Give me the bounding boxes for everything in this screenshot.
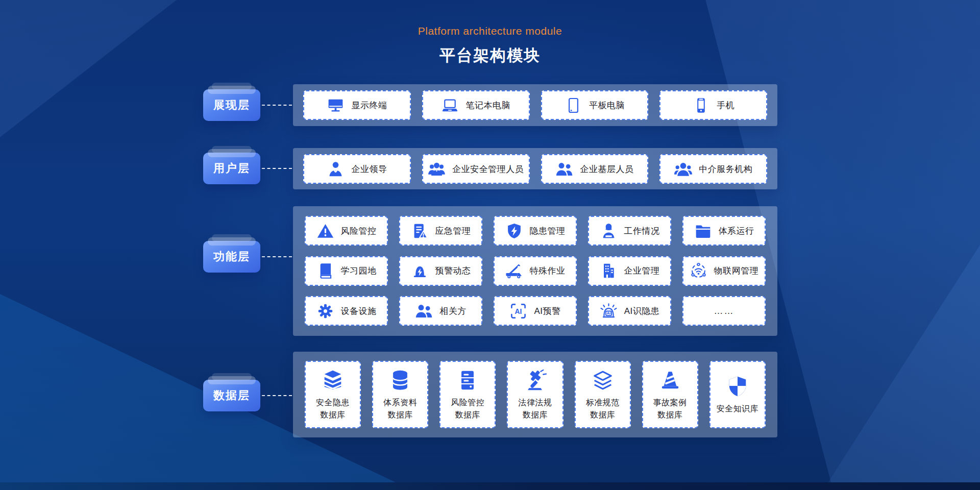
siren-bolt-icon (411, 262, 429, 280)
shield-check-icon (726, 375, 749, 398)
monitor-icon (327, 96, 345, 114)
connector-line (262, 395, 292, 396)
module-label: 标准规范 数据库 (586, 397, 620, 420)
module-label: 企业基层人员 (580, 163, 633, 175)
module-label: 风险管控 (341, 225, 377, 237)
module-card: 体系运行 (682, 216, 766, 246)
module-card: 风险管控 (305, 216, 388, 246)
connector-line (262, 168, 292, 169)
module-card: 显示终端 (303, 90, 411, 120)
module-card: 企业领导 (303, 154, 411, 184)
module-card: 企业基层人员 (541, 154, 649, 184)
gear-icon (316, 302, 334, 320)
ai-siren-icon: Ai (600, 302, 618, 320)
module-card: 企业安全管理人员 (422, 154, 530, 184)
layer-tab-label: 功能层 (213, 249, 250, 264)
module-label: 中介服务机构 (699, 163, 752, 175)
worker-icon (600, 222, 618, 240)
partners-icon (415, 302, 433, 320)
layer-panel-function: 风险管控应急管理隐患管理工作情况体系运行学习园地预警动态特殊作业企业管理物联网管… (293, 206, 777, 336)
layer-panel-user: 企业领导企业安全管理人员企业基层人员中介服务机构 (293, 148, 777, 189)
module-label: 设备设施 (341, 305, 377, 317)
server-icon (456, 369, 479, 392)
laptop-icon (441, 96, 459, 114)
module-card: 特殊作业 (494, 256, 577, 286)
module-label: 企业管理 (624, 265, 660, 277)
layer-tab-presentation: 展现层 (203, 89, 260, 121)
module-card: 体系资料 数据库 (372, 361, 428, 428)
module-card: 安全隐患 数据库 (305, 361, 361, 428)
module-card: 手机 (659, 90, 767, 120)
module-label: 应急管理 (435, 225, 471, 237)
module-card: AiAI识隐患 (588, 296, 671, 326)
module-label: AI预警 (534, 305, 560, 317)
phone-icon (692, 96, 710, 114)
layer-tab-label: 用户层 (213, 161, 250, 176)
folder-icon (694, 222, 712, 240)
module-label: 体系资料 数据库 (383, 397, 417, 420)
crane-truck-icon (505, 262, 523, 280)
module-label: 学习园地 (341, 265, 377, 277)
module-label: …… (714, 306, 734, 316)
module-card: 相关方 (399, 296, 482, 326)
module-card: 学习园地 (305, 256, 388, 286)
layer-tab-label: 展现层 (213, 97, 250, 113)
layer-tab-user: 用户层 (203, 153, 260, 184)
module-label: 物联网管理 (714, 265, 759, 277)
bottom-edge-band (0, 482, 980, 490)
module-card: 事故案例 数据库 (642, 361, 698, 428)
staff-pair-icon (555, 160, 573, 178)
module-label: 风险管控 数据库 (451, 397, 484, 420)
module-label: 显示终端 (351, 100, 387, 111)
layer-panel-data: 安全隐患 数据库体系资料 数据库风险管控 数据库法律法规 数据库标准规范 数据库… (293, 352, 777, 437)
agency-group-icon (674, 160, 692, 178)
module-card: 法律法规 数据库 (507, 361, 563, 428)
layer-tab-data: 数据层 (203, 380, 260, 411)
module-card: 工作情况 (588, 216, 671, 246)
module-card: 风险管控 数据库 (439, 361, 496, 428)
module-card: 安全知识库 (709, 361, 766, 428)
architecture-diagram: Platform architecture module 平台架构模块 展现层显… (0, 0, 980, 490)
module-card: 中介服务机构 (659, 154, 767, 184)
page-subtitle: Platform architecture module (0, 25, 980, 37)
module-label: 企业安全管理人员 (452, 163, 524, 175)
shield-bolt-icon (505, 222, 523, 240)
module-label: 企业领导 (351, 163, 387, 175)
module-label: 法律法规 数据库 (518, 397, 552, 420)
traffic-cone-icon (658, 369, 682, 392)
module-label: 体系运行 (719, 225, 754, 237)
database-icon (388, 369, 412, 392)
iot-network-icon (690, 262, 707, 280)
module-label: 预警动态 (435, 265, 471, 277)
layers-outline-icon (591, 369, 615, 392)
module-card: 应急管理 (399, 216, 482, 246)
module-label: 安全知识库 (717, 403, 759, 414)
team-manager-icon (428, 160, 446, 178)
ai-scan-icon: AI (509, 302, 527, 320)
layer-tab-function: 功能层 (203, 241, 260, 273)
module-card: 企业管理 (588, 256, 671, 286)
module-card: 标准规范 数据库 (575, 361, 631, 428)
module-label: 手机 (717, 100, 734, 111)
module-card: AIAI预警 (494, 296, 577, 326)
svg-text:Ai: Ai (606, 311, 610, 315)
tablet-icon (565, 96, 582, 114)
module-label: 特殊作业 (530, 265, 566, 277)
module-label: 相关方 (439, 305, 467, 317)
connector-line (262, 256, 292, 257)
module-card: 隐患管理 (494, 216, 577, 246)
module-label: 工作情况 (624, 225, 660, 237)
module-card: 预警动态 (399, 256, 482, 286)
module-card: 设备设施 (305, 296, 388, 326)
building-icon (600, 262, 618, 280)
leader-icon (327, 160, 345, 178)
document-alert-icon (411, 222, 429, 240)
module-card: …… (682, 296, 766, 326)
module-label: 笔记本电脑 (465, 100, 510, 111)
page-title: 平台架构模块 (0, 45, 980, 66)
module-card: 物联网管理 (682, 256, 766, 286)
layers-stack-icon (321, 369, 345, 392)
layer-tab-label: 数据层 (213, 388, 250, 403)
layer-panel-presentation: 显示终端笔记本电脑平板电脑手机 (293, 84, 777, 126)
svg-text:AI: AI (515, 307, 522, 315)
